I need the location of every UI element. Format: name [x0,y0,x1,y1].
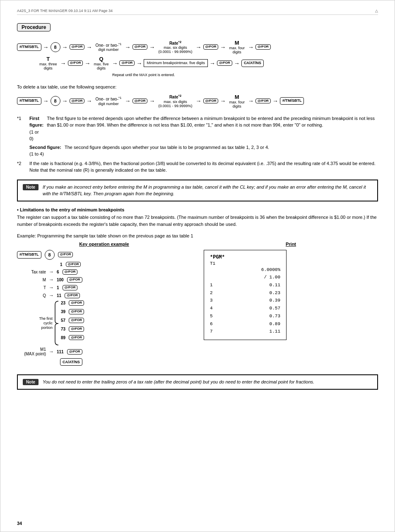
kop-key-for-57: @/FOR [69,318,84,323]
key-8-2: 8 [51,96,60,106]
arrow-d6: → [196,98,202,104]
kop-key-for-m: @/FOR [67,277,82,283]
kop-label-q: Q [17,293,46,298]
note-badge-2: Note [23,379,39,385]
fn1-title1: First figure: [29,116,43,128]
kop-val-111: 111 [57,350,64,354]
arrow-d2: → [62,98,68,104]
repeat-text: Repeat until the MAX point is entered. [112,73,175,77]
header-text: A42S_3 FOR THE MANAGER 09.10.14 9:11 AM … [17,9,113,13]
procedure-badge: Procedure [17,23,51,31]
kop-label-m: M [17,278,46,282]
kop-row-c5: 89 @/FOR [61,335,84,340]
flow-row-delete: #/TM/SBTL → 8 → @/FOR → One- or two-*1 d… [17,94,378,108]
fn1-body1: The first figure to be entered depends u… [47,115,378,142]
cyclic-brace-svg [54,300,59,346]
cyclic-values: 23 @/FOR 39 @/FOR 57 @/FOR 73 [61,300,84,346]
key-hashtmsbtl-3: #/TM/SBTL [280,97,304,105]
delete-text: To delete a tax table, use the following… [17,84,378,91]
minbreak-box: Minimum breakpoint max. five digits [144,59,208,67]
print-title: Print [204,242,378,247]
kop-val-73: 73 [61,327,65,331]
note-text-1: If you make an incorrect entry before en… [43,184,372,197]
arrow-5: → [149,44,155,50]
flow-row-2-container: T max. three digits → @/FOR → Q max. fiv… [38,56,378,77]
kop-val-39: 39 [61,309,65,314]
note-box-2: Note You do not need to enter the traili… [17,374,378,390]
header-page: △ [375,9,378,13]
arrow-d7: → [220,98,226,104]
print-section: Print *PGM* T1 6.0000% / 1.00 10.11 [204,242,378,368]
fn1-sub2: (1 to 4) [29,151,44,156]
kop-label-t: T [17,285,46,290]
fn1-body2: The second figure depends upon whether y… [65,144,269,158]
kop-key-for-t: @/FOR [63,285,78,290]
key-hashtmsbtl-2: #/TM/SBTL [17,97,41,105]
kop-key-for-111: @/FOR [67,349,82,355]
kop-key-for-89: @/FOR [69,335,84,340]
kop-row-taxrate: Tax rate → 6 @/FOR [17,269,191,275]
cyclic-container: The firstcyclicportion 23 @/FOR [17,300,191,346]
kop-row-m1: M1(MAX point) → 111 @/FOR [17,347,191,356]
key-for-1: @/FOR [70,44,85,50]
kop-row-q: Q → 11 @/FOR [17,292,191,298]
fn1-sub1: (1 or 0) [29,129,39,141]
arrow-9: → [60,60,66,67]
kop-val-m: 100 [57,278,64,282]
kop-val-23: 23 [61,301,65,305]
m-label-1: M max. four digits [229,40,245,54]
kop-arrow-taxrate: → [49,269,54,275]
limitations-section: • Limitations to the entry of minimum br… [17,207,378,228]
key-op-section: Key operation example #/TM/SBTL 8 @/FOR … [17,242,191,368]
example-intro: Example: Programming the sample tax tabl… [17,233,378,238]
kop-key-for-tax: @/FOR [63,269,78,275]
page: A42S_3 FOR THE MANAGER 09.10.14 9:11 AM … [0,0,395,532]
kop-key-for-0: @/FOR [58,252,73,257]
key-caatns-1: CA/AT/NS [241,60,264,67]
arrow-12: → [136,60,142,67]
footnote-2: *2 If the rate is fractional (e.g. 4-3/8… [17,160,378,174]
kop-key-for-39: @/FOR [69,309,84,314]
one-two-digit-label-2: One- or two-*1 digit number [95,96,121,105]
fn1-title2: Second figure: [29,145,61,150]
fn2-marker: *2 [17,160,29,174]
kop-val-t: 1 [57,285,59,290]
fn2-body: If the rate is fractional (e.g. 4-3/8%),… [29,160,378,174]
kop-key-for-73: @/FOR [69,326,84,332]
arrow-1: → [43,44,49,50]
arrow-d9: → [272,98,278,104]
fn1-marker: *1 [17,115,29,158]
arrow-d4: → [125,98,131,104]
print-pgm: *PGM* [210,254,280,260]
note-box-1: Note If you make an incorrect entry befo… [17,180,378,201]
flow-row-2: T max. three digits → @/FOR → Q max. fiv… [38,56,264,70]
kop-val-89: 89 [61,335,65,340]
key-for-d3: @/FOR [203,98,219,104]
arrow-10: → [84,60,90,67]
arrow-13: → [210,60,215,67]
page-number: 34 [17,521,22,526]
key-for-d4: @/FOR [255,98,271,104]
arrow-8: → [248,44,254,50]
key-op-title: Key operation example [17,242,191,247]
note-text-2: You do not need to enter the trailing ze… [43,379,314,386]
kop-row-c4: 73 @/FOR [61,326,84,332]
arrow-d1: → [43,98,49,104]
cyclic-label: The firstcyclicportion [39,316,53,330]
key-for-3: @/FOR [203,44,219,50]
kop-key-8: 8 [45,250,55,260]
arrow-d3: → [86,98,92,104]
limitations-title: • Limitations to the entry of minimum br… [17,207,378,212]
arrow-2: → [62,44,68,50]
arrow-14: → [234,60,240,67]
key-hashtmsbtl-1: #/TM/SBTL [17,43,41,51]
print-box: *PGM* T1 6.0000% / 1.00 10.11 20.23 [204,250,287,340]
arrow-d8: → [248,98,254,104]
rate-label-1: Rate*2 max. six digits (0.0001 - 99.9999… [158,40,192,54]
footnote-1: *1 First figure: (1 or 0) The first figu… [17,115,378,158]
kop-row-2: 1 @/FOR [17,262,191,267]
page-header: A42S_3 FOR THE MANAGER 09.10.14 9:11 AM … [17,9,378,15]
key-for-d2: @/FOR [132,98,148,104]
key-for-7: @/FOR [217,60,232,66]
key-for-2: @/FOR [132,44,148,50]
